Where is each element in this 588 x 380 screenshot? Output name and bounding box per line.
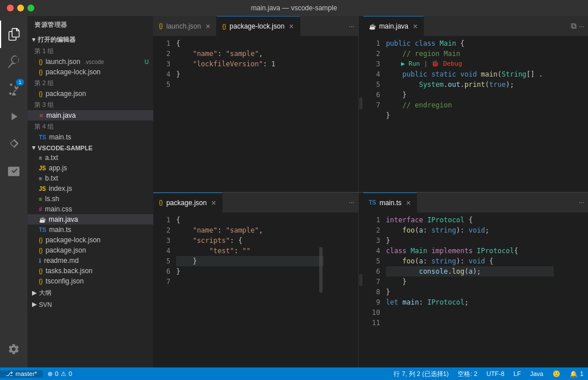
pane-drag-handle-bottom[interactable] [359,193,363,368]
editor-content-bottom-right[interactable]: 1 2 3 4 5 6 7 8 9 10 11 interface IProto… [363,213,588,368]
explorer-activity-icon[interactable] [0,21,27,48]
status-encoding[interactable]: UTF-8 [482,370,509,378]
editor-content-top-right[interactable]: 1 2 3 4 5 6 7 public class Main { // reg… [363,36,588,191]
line-num: 5 [363,256,380,266]
file-name: package.json [46,90,86,98]
sidebar-item-main-java-2[interactable]: ☕ main.java [27,214,153,225]
file-name: tasks.back.json [46,267,93,275]
sh-icon: ≡ [39,196,42,202]
sidebar-item-ls-sh[interactable]: ≡ ls.sh [27,194,153,204]
svn-section[interactable]: ▶ SVN [27,298,153,309]
pane-drag-handle-top[interactable] [359,16,363,191]
status-spaces[interactable]: 空格: 2 [453,370,482,378]
tab-launch-json[interactable]: {} launch.json × [153,16,217,36]
file-name: package-lock.json [46,236,101,244]
status-language[interactable]: Java [526,370,548,378]
test-activity-icon[interactable] [0,158,27,185]
sidebar-item-a-txt[interactable]: ≡ a.txt [27,153,153,163]
file-name: b.txt [45,174,58,182]
tab-close-button[interactable]: × [413,22,418,30]
more-actions-icon[interactable]: ··· [349,198,355,206]
maximize-button[interactable] [27,5,34,11]
tab-close-button[interactable]: × [289,22,293,30]
code-line: "lockfileVersion": 1 [176,59,324,69]
arrow-icon: ▶ [32,301,37,308]
json-icon: {} [39,247,43,254]
code-line: } [386,110,554,121]
file-name: main.java [46,111,76,119]
sidebar-item-package-json-1[interactable]: {} package.json [27,89,153,99]
more-actions-icon[interactable]: ··· [579,22,585,30]
status-feedback[interactable]: 🙂 [548,370,565,378]
status-errors[interactable]: ⊗ 0 ⚠ 0 [43,370,77,378]
git-activity-icon[interactable]: 1 [0,75,27,103]
tab-main-java[interactable]: ☕ main.java × [363,16,424,36]
file-name: readme.md [44,257,79,265]
json-icon: {} [39,69,43,75]
code-area[interactable]: { "name": "sample", "scripts": { "test":… [176,213,324,368]
activity-bottom [0,335,27,363]
line-num: 4 [363,69,380,79]
code-line: } [386,235,554,246]
sidebar-item-readme-md[interactable]: ℹ readme.md [27,255,153,266]
tab-main-ts[interactable]: TS main.ts × [363,193,418,213]
line-num: 5 [153,256,170,266]
activity-bar: 1 [0,16,27,367]
split-editor-icon[interactable]: ⧉ [571,21,577,31]
sidebar-item-package-json-2[interactable]: {} package.json [27,245,153,255]
code-area[interactable]: interface IProtocol { foo(a: string): vo… [386,213,554,368]
close-button[interactable] [7,5,14,11]
sidebar-item-main-ts-2[interactable]: TS main.ts [27,225,153,235]
warning-icon: ⚠ [61,370,66,378]
tab-package-lock-json[interactable]: {} package-lock.json × [217,16,300,36]
json-tab-icon: {} [223,23,227,30]
code-line: interface IProtocol { [386,215,554,225]
file-name: index.js [49,185,72,193]
code-line: let main: IProtocol; [386,297,554,307]
status-bar: ⎇ master* ⊗ 0 ⚠ 0 行 7, 列 2 (已选择1) 空格: 2 … [0,367,588,380]
tab-close-button[interactable]: × [211,199,216,207]
line-num: 11 [363,318,380,328]
line-num: 2 [153,225,170,235]
sidebar-item-launch-json[interactable]: {} launch.json .vscode U [27,57,153,67]
status-notifications[interactable]: 🔔 1 [565,370,588,378]
sidebar-item-main-java-1[interactable]: ✕ main.java [27,110,153,121]
editor-content-top-left[interactable]: 1 2 3 4 5 { "name": "sample", "lockfileV… [153,36,358,191]
sidebar-item-package-lock-json-2[interactable]: {} package-lock.json [27,235,153,245]
minimize-button[interactable] [17,5,24,11]
status-line-ending[interactable]: LF [509,370,526,378]
group-2-label: 第 2 组 [27,77,153,89]
sidebar-item-tsconfig-json[interactable]: {} tsconfig.json [27,276,153,286]
extensions-activity-icon[interactable] [0,130,27,158]
search-activity-icon[interactable] [0,48,27,75]
java-icon: ☕ [39,217,46,223]
tab-package-json[interactable]: {} package.json × [153,193,223,213]
more-actions-icon[interactable]: ··· [579,198,585,206]
minimap-bottom-right [554,213,588,368]
code-area[interactable]: { "name": "sample", "lockfileVersion": 1… [176,36,324,191]
sidebar-item-b-txt[interactable]: ≡ b.txt [27,173,153,183]
settings-activity-icon[interactable] [0,335,27,363]
outline-section[interactable]: ▶ 大纲 [27,286,153,298]
code-line: public class Main { [386,38,554,49]
tab-close-button[interactable]: × [406,199,411,207]
code-line: } [386,277,554,287]
sidebar-item-main-css[interactable]: # main.css [27,204,153,214]
run-activity-icon[interactable] [0,103,27,130]
status-position[interactable]: 行 7, 列 2 (已选择1) [389,370,453,378]
sidebar-item-index-js[interactable]: JS index.js [27,183,153,194]
line-num: 3 [153,235,170,246]
sidebar-item-app-js[interactable]: JS app.js [27,163,153,173]
editor-content-bottom-left[interactable]: 1 2 3 4 5 6 7 { "name": "sample", "scrip… [153,213,358,368]
sidebar-item-main-ts-1[interactable]: TS main.ts [27,132,153,142]
sidebar-item-package-lock-json-1[interactable]: {} package-lock.json [27,67,153,77]
code-line: { [176,38,324,49]
project-section[interactable]: ▾ VSCODE-SAMPLE [27,142,153,153]
more-actions-icon[interactable]: ··· [349,22,355,30]
status-git[interactable]: ⎇ master* [0,370,43,378]
tab-close-button[interactable]: × [205,22,210,30]
code-area[interactable]: public class Main { // region Main ▶ Run… [386,36,554,191]
git-badge: 1 [16,79,24,86]
sidebar-item-tasks-back-json[interactable]: {} tasks.back.json [27,266,153,276]
open-editors-section[interactable]: ▾ 打开的编辑器 [27,34,153,45]
